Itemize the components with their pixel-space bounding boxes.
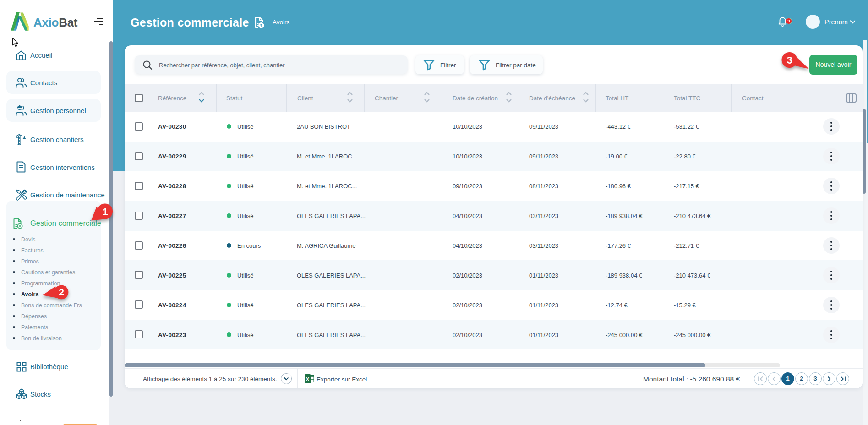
svg-text:2: 2	[59, 287, 64, 297]
svg-text:X: X	[306, 376, 310, 382]
svg-text:3: 3	[786, 54, 792, 66]
svg-text:1: 1	[102, 206, 108, 218]
